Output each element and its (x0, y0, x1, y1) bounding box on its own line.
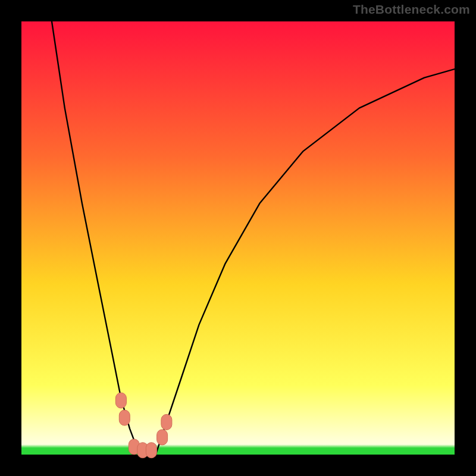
chart-frame: TheBottleneck.com (0, 0, 476, 476)
data-marker (119, 410, 130, 425)
data-marker (161, 414, 172, 430)
data-marker (157, 430, 168, 445)
curve-right-branch (156, 69, 455, 455)
data-marker (146, 443, 156, 458)
watermark-text: TheBottleneck.com (353, 2, 470, 17)
bottleneck-curve (21, 21, 455, 455)
data-marker (115, 393, 126, 408)
curve-left-branch (52, 21, 140, 455)
plot-area (21, 21, 455, 455)
